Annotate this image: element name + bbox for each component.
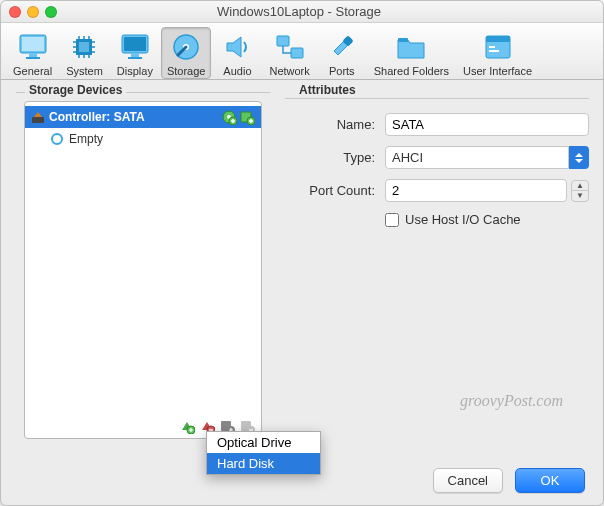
tab-label: Ports: [329, 65, 355, 77]
select-arrows-icon: [569, 146, 589, 169]
svg-rect-21: [128, 57, 142, 59]
ui-icon: [482, 31, 514, 63]
ports-icon: [326, 31, 358, 63]
svg-rect-20: [131, 53, 139, 57]
empty-slot-row[interactable]: Empty: [25, 128, 261, 150]
tab-label: System: [66, 65, 103, 77]
tab-ports[interactable]: Ports: [318, 27, 366, 79]
disk-icon: [170, 31, 202, 63]
tab-network[interactable]: Network: [263, 27, 315, 79]
tab-display[interactable]: Display: [111, 27, 159, 79]
stepper-up-icon[interactable]: ▲: [572, 181, 588, 191]
storage-devices-panel: Storage Devices Controller: SATA: [15, 90, 271, 458]
svg-rect-32: [32, 117, 44, 123]
panel-title: Storage Devices: [25, 83, 126, 97]
add-optical-icon[interactable]: [221, 109, 237, 125]
folder-icon: [395, 31, 427, 63]
host-io-checkbox[interactable]: [385, 213, 399, 227]
svg-rect-5: [79, 42, 89, 52]
monitor-icon: [17, 31, 49, 63]
empty-disc-icon: [51, 133, 63, 145]
panel-title: Attributes: [295, 83, 360, 97]
tab-label: General: [13, 65, 52, 77]
name-label: Name:: [285, 117, 375, 132]
settings-window: Windows10Laptop - Storage General System…: [0, 0, 604, 506]
window-title: Windows10Laptop - Storage: [3, 4, 595, 19]
svg-rect-1: [22, 37, 44, 51]
cancel-button[interactable]: Cancel: [433, 468, 503, 493]
port-count-stepper[interactable]: ▲ ▼: [571, 180, 589, 202]
type-value: AHCI: [385, 146, 569, 169]
controller-icon: [31, 110, 45, 124]
titlebar: Windows10Laptop - Storage: [1, 1, 603, 23]
tab-label: Display: [117, 65, 153, 77]
ok-button[interactable]: OK: [515, 468, 585, 493]
svg-rect-30: [489, 46, 495, 48]
host-io-label: Use Host I/O Cache: [405, 212, 521, 227]
svg-rect-2: [29, 53, 37, 57]
svg-rect-27: [398, 38, 408, 42]
storage-tree[interactable]: Controller: SATA Empty: [24, 101, 262, 439]
menu-optical-drive[interactable]: Optical Drive: [207, 432, 320, 453]
controller-sata-row[interactable]: Controller: SATA: [25, 106, 261, 128]
type-label: Type:: [285, 150, 375, 165]
svg-rect-24: [277, 36, 289, 46]
svg-rect-25: [291, 48, 303, 58]
network-icon: [274, 31, 306, 63]
tab-audio[interactable]: Audio: [213, 27, 261, 79]
type-select[interactable]: AHCI: [385, 146, 589, 169]
menu-hard-disk[interactable]: Hard Disk: [207, 453, 320, 474]
tab-label: User Interface: [463, 65, 532, 77]
chip-icon: [68, 31, 100, 63]
svg-rect-29: [486, 36, 510, 42]
tab-system[interactable]: System: [60, 27, 109, 79]
tab-general[interactable]: General: [7, 27, 58, 79]
toolbar: General System Display Storage Audio Net…: [1, 23, 603, 80]
add-hard-disk-icon[interactable]: [239, 109, 255, 125]
display-icon: [119, 31, 151, 63]
tab-user-interface[interactable]: User Interface: [457, 27, 538, 79]
tab-label: Audio: [223, 65, 251, 77]
svg-rect-3: [26, 57, 40, 59]
tab-label: Network: [269, 65, 309, 77]
speaker-icon: [221, 31, 253, 63]
controller-label: Controller: SATA: [49, 110, 145, 124]
svg-rect-19: [124, 37, 146, 51]
stepper-down-icon[interactable]: ▼: [572, 191, 588, 201]
add-controller-icon[interactable]: [179, 418, 195, 434]
tab-shared-folders[interactable]: Shared Folders: [368, 27, 455, 79]
tab-storage[interactable]: Storage: [161, 27, 212, 79]
name-input[interactable]: [385, 113, 589, 136]
attach-menu: Optical Drive Hard Disk: [206, 431, 321, 475]
svg-rect-31: [489, 50, 499, 52]
port-count-input[interactable]: [385, 179, 567, 202]
attributes-panel: Attributes Name: Type: AHCI Port Count:: [285, 90, 589, 458]
tab-label: Shared Folders: [374, 65, 449, 77]
empty-label: Empty: [69, 132, 103, 146]
tab-label: Storage: [167, 65, 206, 77]
port-count-label: Port Count:: [285, 183, 375, 198]
